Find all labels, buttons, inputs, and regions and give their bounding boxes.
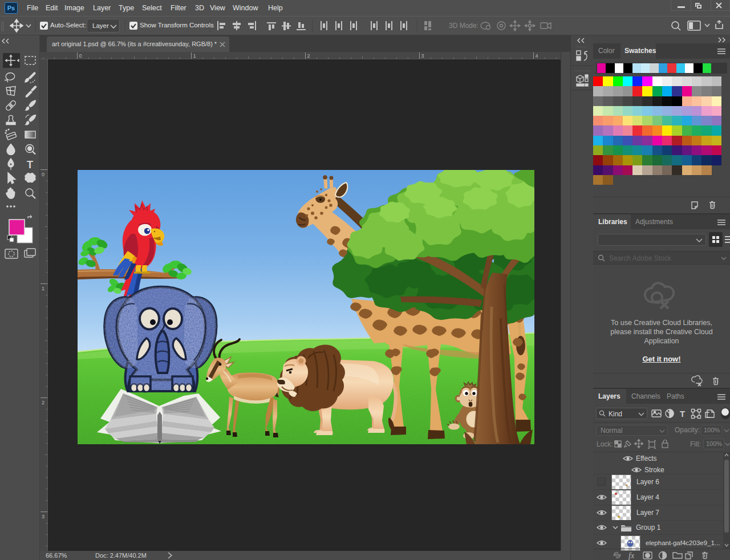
svg-text:1: 1 bbox=[193, 53, 196, 59]
svg-text:T: T bbox=[680, 409, 685, 419]
svg-text:History: History bbox=[576, 45, 587, 48]
svg-text:0: 0 bbox=[42, 172, 44, 177]
svg-text:1: 1 bbox=[42, 286, 44, 291]
svg-text:2: 2 bbox=[307, 53, 310, 59]
svg-text:3: 3 bbox=[42, 514, 44, 520]
svg-text:fx: fx bbox=[628, 551, 635, 560]
svg-text:0: 0 bbox=[79, 53, 82, 59]
svg-text:Properties: Properties bbox=[575, 69, 590, 72]
svg-text:3: 3 bbox=[421, 53, 424, 59]
svg-text:T: T bbox=[27, 159, 33, 171]
svg-text:2: 2 bbox=[42, 400, 44, 405]
svg-text:3D Mode:: 3D Mode: bbox=[449, 22, 478, 30]
svg-text:4: 4 bbox=[536, 53, 538, 59]
